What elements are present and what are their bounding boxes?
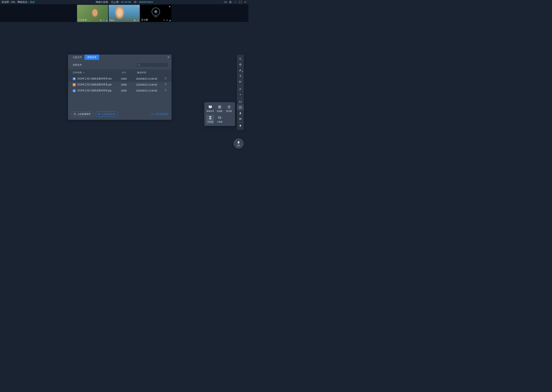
topbar-center: 神秘大自然 已上课：02:34:09 ID：2020070324 [96,0,153,4]
file-support-link[interactable]: 文件支持类型 [151,112,168,116]
column-time[interactable]: 修改时间 [137,71,166,74]
raise-hand-button[interactable]: 0/2 [233,138,244,149]
upload-fx-button[interactable]: 上传动效文件 [96,112,118,117]
network-status: 网络状态：良好 [17,0,35,4]
file-dialog-tabs: 云盘文件 本地文件 ✕ [68,55,172,60]
video-indicators [100,19,107,21]
search-input[interactable] [136,63,168,67]
room-title: 神秘大自然 [96,0,108,4]
camera-icon[interactable] [224,0,227,4]
file-time: 2020/06/23 12:09:09 [136,89,164,92]
file-time: 2020/06/23 12:09:09 [136,77,164,80]
file-name: 2019年工作汇报情况查询等等.jpg [77,89,111,92]
tool-pen[interactable] [237,67,244,73]
search-icon [138,64,140,66]
participant-name: 叮当老师 [78,18,87,22]
tool-chat[interactable] [237,116,244,122]
file-type-icon: P [73,83,76,86]
svg-point-1 [230,2,231,2]
network-value: 良好 [30,0,35,3]
svg-rect-26 [218,107,219,108]
video-tile[interactable]: ✕ Nina [109,5,140,22]
video-indicators [163,19,171,21]
svg-point-9 [135,20,135,21]
tool-blackboard[interactable]: 2+3 小黑板 [216,115,224,124]
delete-icon[interactable] [164,83,167,86]
video-tile[interactable]: ✕ 王小明 [140,5,171,22]
elapsed-label: 已上课： [111,0,121,3]
id-label: ID： [134,0,139,3]
tool-pointer[interactable] [237,56,244,62]
file-size: 200M [121,89,136,92]
svg-rect-10 [138,20,138,21]
mic-icon [103,19,105,21]
tab-cloud-files[interactable]: 云盘文件 [70,55,85,60]
video-close-icon[interactable]: ✕ [169,5,171,8]
tool-folder[interactable] [237,99,244,105]
video-strip: 叮当老师 ✕ Nina ✕ 王小明 [0,4,248,22]
tool-toolbox[interactable] [237,105,244,110]
tool-race[interactable]: 抢答器 [225,104,233,113]
svg-point-36 [240,112,241,113]
minimize-icon[interactable] [234,0,237,4]
all-files-label[interactable]: 全部文件 [73,63,82,67]
file-row[interactable]: 2019年工作汇报情况查询等等.jpg 200M 2020/06/23 12:0… [68,88,172,94]
tool-person[interactable] [237,110,244,116]
file-type-icon: W [73,77,76,80]
column-name[interactable]: 文件名称 ▼ [73,71,122,74]
hand-icon [237,141,240,144]
video-close-icon[interactable]: ✕ [137,5,139,8]
delete-icon[interactable] [164,77,167,80]
signal-icon [106,20,107,21]
mic-icon [137,19,139,21]
svg-rect-0 [224,1,226,3]
video-indicators [134,19,139,21]
tool-bell[interactable] [237,123,244,129]
dialog-close-icon[interactable]: ✕ [167,56,170,59]
right-toolbar [237,55,244,130]
tab-local-files[interactable]: 本地文件 [85,55,99,60]
tool-screen-share[interactable]: 屏幕共享 [206,104,214,113]
topbar-left: 丢包率：0% 网络状态：良好 [1,0,35,4]
settings-icon[interactable] [229,0,232,4]
tool-timer[interactable]: 计时器 [206,115,214,124]
file-row[interactable]: P 2019年工作汇报情况查询等等.ppt 200M 2020/06/23 12… [68,82,172,88]
svg-text:2+3: 2+3 [219,117,221,118]
network-label: 网络状态： [17,0,30,3]
svg-rect-13 [167,20,167,21]
file-dialog: 云盘文件 本地文件 ✕ 全部文件 文件名称 ▼ 大小 修改时间 W 2019年工… [68,55,172,120]
file-name: 2019年工作汇报情况查询等等.ppt [77,83,112,86]
tool-move[interactable] [237,62,244,67]
file-name: 2019年工作汇报情况查询等等.doc [77,77,112,80]
tool-text[interactable] [237,73,244,79]
speaker-icon [134,19,136,21]
signal-icon [169,20,171,21]
topbar: 丢包率：0% 网络状态：良好 神秘大自然 已上课：02:34:09 ID：202… [0,0,248,4]
packet-loss: 丢包率：0% [1,0,15,4]
upload-normal-button[interactable]: 上传普通课件 [71,112,93,117]
svg-line-15 [139,65,140,66]
participant-name: Nina [109,19,114,22]
topbar-right [224,0,247,4]
file-row[interactable]: W 2019年工作汇报情况查询等等.doc 200M 2020/06/23 12… [68,76,172,82]
tool-dot[interactable] [237,92,244,98]
tool-scissors[interactable] [237,79,244,84]
fullscreen-icon[interactable] [239,0,242,4]
column-size[interactable]: 大小 [122,71,137,74]
video-tile[interactable]: 叮当老师 [77,5,108,22]
svg-marker-17 [74,91,75,91]
tool-eraser[interactable] [237,86,244,92]
svg-point-34 [240,94,241,95]
delete-icon[interactable] [164,89,167,92]
sort-icon: ▼ [83,72,85,74]
svg-point-14 [138,64,140,66]
close-icon[interactable] [244,0,247,4]
file-size: 200M [121,84,136,86]
elapsed: 已上课：02:34:09 [111,0,131,4]
participant-name: 王小明 [141,18,148,22]
tool-answer[interactable]: ✓A 答题器 [216,104,224,113]
tools-popup: 屏幕共享 ✓A 答题器 抢答器 计时器 2+3 小黑板 [204,102,235,126]
file-table-header: 文件名称 ▼ 大小 修改时间 [68,70,172,76]
mic-icon [166,19,168,21]
file-time: 2020/06/23 12:09:09 [136,84,164,86]
